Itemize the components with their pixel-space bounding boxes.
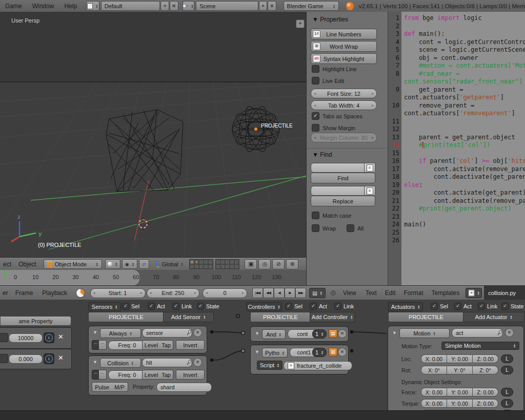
current-frame-field[interactable]: ◂0▸ xyxy=(203,288,247,298)
replace-datablock-icon[interactable]: ≡ xyxy=(364,186,375,196)
torque-xyz-fields[interactable]: X: 0.00 Y: 0.00 Z: 0.00 xyxy=(421,399,498,408)
time-icon[interactable] xyxy=(76,288,85,298)
syntax-highlight-button[interactable]: abSyntax Highlight xyxy=(311,53,377,64)
level-button[interactable]: Level xyxy=(142,370,160,380)
replace-input[interactable] xyxy=(311,186,365,196)
add-layout-button[interactable]: + xyxy=(160,1,169,11)
menu-object[interactable]: Object xyxy=(14,261,41,268)
property-info-button[interactable]: i xyxy=(44,332,54,343)
pin-icon[interactable] xyxy=(497,330,502,335)
menu-frame[interactable]: Frame xyxy=(11,289,38,297)
editor-type-icon[interactable] xyxy=(86,1,99,11)
tabs-as-spaces-checkbox[interactable]: ✓Tabs as Spaces xyxy=(312,112,362,120)
scene-field[interactable]: Scene xyxy=(196,1,258,11)
play-button[interactable]: ▶ xyxy=(285,288,295,298)
controllers-filter-select[interactable]: Controllers xyxy=(246,302,282,311)
level-button[interactable]: Level xyxy=(142,340,160,350)
menu-text[interactable]: Text xyxy=(361,289,381,297)
text-name-field[interactable]: collision.py xyxy=(484,286,525,300)
delete-layout-button[interactable]: ✕ xyxy=(170,1,178,11)
controller-state-field[interactable]: 1 xyxy=(312,329,327,339)
render-ops-icon[interactable]: ⊕ xyxy=(286,259,298,269)
collapse-icon[interactable]: ▼ xyxy=(392,330,397,335)
replace-button[interactable]: Replace xyxy=(311,196,375,206)
add-sensor-button[interactable]: Add Sensor xyxy=(163,312,214,322)
find-input[interactable] xyxy=(311,163,365,173)
play-reverse-button[interactable]: ◀ xyxy=(274,288,285,298)
script-mode-select[interactable]: Script xyxy=(257,361,282,370)
tap-button[interactable]: Tap xyxy=(159,340,173,350)
rot-xyz-fields[interactable]: X: 0° Y: 0° Z: 0° xyxy=(421,366,498,374)
menu-window[interactable]: Window xyxy=(27,3,59,10)
force-xyz-fields[interactable]: X: 0.00 Y: 0.00 Z: 0.00 xyxy=(421,388,498,396)
sensors-state-toggle[interactable]: ✓State xyxy=(197,303,219,310)
actuators-sel-toggle[interactable]: ✓Sel xyxy=(431,303,448,310)
actuators-act-toggle[interactable]: ✓Act xyxy=(454,303,472,310)
freq-field[interactable]: Freq: 0 xyxy=(108,370,146,380)
scene-icon[interactable] xyxy=(183,1,195,11)
script-name-field[interactable]: ≡ fracture_rt_collide xyxy=(284,361,352,370)
sensors-filter-select[interactable]: Sensors xyxy=(88,302,121,311)
property-value-field[interactable]: 0.000 xyxy=(9,354,43,364)
toolshelf-expand-icon[interactable]: + xyxy=(296,19,305,28)
snap-icon[interactable]: ⊘ xyxy=(272,259,285,269)
controllers-sel-toggle[interactable]: ✓Sel xyxy=(285,303,302,310)
jump-to-start-button[interactable]: |◀◀ xyxy=(252,288,263,298)
property-info-button[interactable]: i xyxy=(44,353,54,364)
controllers-object-name[interactable]: PROJECTILE xyxy=(250,312,311,322)
freq-field[interactable]: Freq: 0 xyxy=(108,341,146,350)
collision-property-field[interactable]: shard xyxy=(156,383,212,392)
collapse-icon[interactable]: ▼ xyxy=(93,330,97,335)
start-frame-field[interactable]: ◂Start: 1▸ xyxy=(90,288,146,298)
lock-to-scene-icon[interactable]: ▣ xyxy=(245,259,257,269)
layers-group-2[interactable] xyxy=(215,259,239,269)
pivot-select[interactable]: ◉ xyxy=(122,259,137,269)
sensor-type-select[interactable]: Collision xyxy=(100,358,141,368)
live-edit-checkbox[interactable]: Live Edit xyxy=(312,77,344,85)
properties-panel-header[interactable]: ▼ Properties xyxy=(312,16,348,23)
pulse-button[interactable]: Pulse xyxy=(92,382,112,392)
menu-playback[interactable]: Playback xyxy=(37,289,72,297)
menu-templates[interactable]: Templates xyxy=(428,289,464,297)
show-margin-checkbox[interactable]: Show Margin xyxy=(312,124,355,132)
collapse-icon[interactable]: ▼ xyxy=(255,331,259,336)
invert-button[interactable]: Invert xyxy=(176,370,205,380)
add-actuator-button[interactable]: Add Actuator xyxy=(463,312,524,322)
actuator-type-select[interactable]: Motion xyxy=(399,328,450,338)
font-size-field[interactable]: ◂Font Size: 12▸ xyxy=(311,89,377,98)
property-type-stub[interactable] xyxy=(0,354,8,363)
match-case-checkbox[interactable]: Match case xyxy=(312,212,351,219)
controllers-act-toggle[interactable]: ✓Act xyxy=(310,303,327,310)
sensor-name-field[interactable]: sensor xyxy=(142,328,192,338)
engine-select[interactable]: Blender Game xyxy=(284,1,339,11)
actuators-filter-select[interactable]: Actuators xyxy=(388,302,423,311)
find-button[interactable]: Find xyxy=(311,173,375,183)
viewport-3d[interactable]: z y User Persp PROJECTILE (0) PROJECTILE… xyxy=(0,12,307,257)
motion-type-select[interactable]: Simple Motion xyxy=(441,342,519,350)
delete-controller-icon[interactable]: ✕ xyxy=(338,348,347,356)
proportional-edit-icon[interactable]: ◎ xyxy=(258,259,271,269)
loc-local-toggle[interactable]: L xyxy=(501,354,513,363)
menu-edit[interactable]: Edit xyxy=(381,289,400,297)
controller-type-select[interactable]: And xyxy=(262,329,286,339)
actuators-state-toggle[interactable]: ✓State xyxy=(501,303,524,310)
wrap-checkbox[interactable]: Wrap xyxy=(312,224,336,232)
collapse-icon[interactable]: ▼ xyxy=(93,360,97,365)
actuators-object-name[interactable]: PROJECTILE xyxy=(388,312,464,322)
force-local-toggle[interactable]: L xyxy=(501,388,513,396)
sensors-object-name[interactable]: PROJECTILE xyxy=(88,312,164,322)
property-value-field[interactable]: 10000 xyxy=(9,333,43,343)
orientation-select[interactable]: Global xyxy=(162,261,178,267)
controller-type-select[interactable]: Pytho xyxy=(262,348,288,358)
add-game-property-button[interactable]: ame Property xyxy=(0,316,71,326)
manipulator-toggle[interactable]: ⇄ xyxy=(139,259,149,269)
tap-button[interactable]: Tap xyxy=(159,370,173,380)
actuator-name-field[interactable]: act xyxy=(452,328,503,338)
add-scene-button[interactable]: + xyxy=(259,1,268,11)
delete-property-icon[interactable]: ✕ xyxy=(58,333,64,341)
text-datablock-select[interactable]: ≡ xyxy=(466,288,482,298)
torque-local-toggle[interactable]: L xyxy=(501,399,513,408)
menu-select[interactable]: ect xyxy=(0,261,14,268)
property-type-stub[interactable] xyxy=(0,333,8,342)
pulse-false-toggle[interactable]: ''' xyxy=(99,370,107,380)
